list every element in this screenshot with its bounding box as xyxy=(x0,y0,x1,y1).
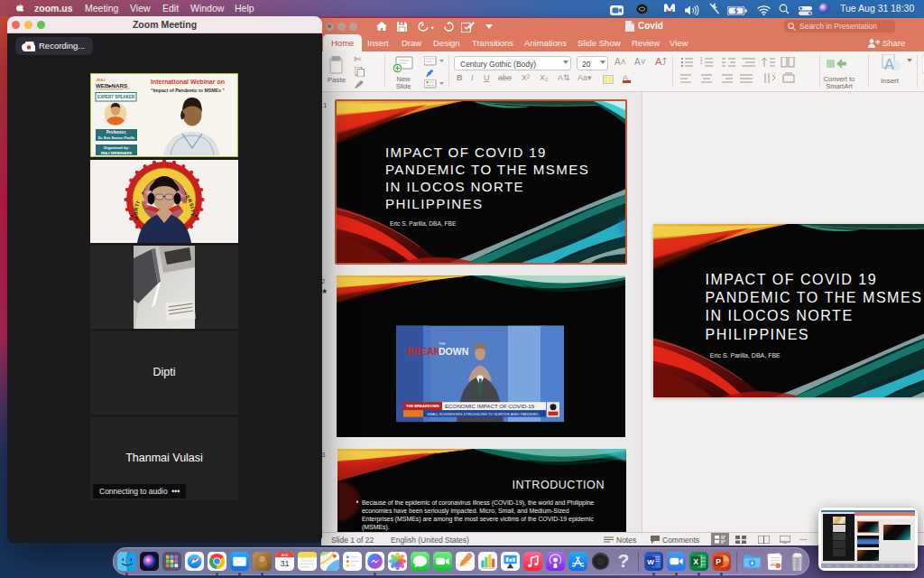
svg-text:EXPERT SPEAKER: EXPERT SPEAKER xyxy=(97,95,135,99)
svg-text:X: X xyxy=(693,557,698,566)
svg-text:2: 2 xyxy=(700,61,703,65)
svg-text:P: P xyxy=(716,557,721,566)
svg-text:ECONOMIC IMPACT OF COVID-19: ECONOMIC IMPACT OF COVID-19 xyxy=(445,403,535,409)
svg-text:economies have been seriously: economies have been seriously impacted. … xyxy=(362,508,569,515)
svg-text:DOWN: DOWN xyxy=(439,347,468,357)
svg-text:THE: THE xyxy=(439,342,446,346)
svg-text:SMALL BUSINESSES STRUGGLING TO: SMALL BUSINESSES STRUGGLING TO SURVIVE A… xyxy=(427,412,540,416)
svg-text:Professor,: Professor, xyxy=(106,130,126,135)
svg-text:A: A xyxy=(884,57,894,72)
svg-text:INTRODUCTION: INTRODUCTION xyxy=(513,479,605,491)
svg-text:31: 31 xyxy=(280,559,289,568)
svg-text:WEB▸NARS: WEB▸NARS xyxy=(96,82,127,89)
svg-text:Organized by:: Organized by: xyxy=(104,145,130,150)
svg-text:AUG: AUG xyxy=(282,554,289,557)
svg-text:IRAJ WEBINARS: IRAJ WEBINARS xyxy=(101,151,133,155)
svg-text:W: W xyxy=(647,558,654,566)
svg-text:(MSMEs).: (MSMEs). xyxy=(362,524,390,531)
svg-text:Dr. Eric Santos Parilla: Dr. Eric Santos Parilla xyxy=(98,135,135,140)
svg-text:THE BREAKDOWN: THE BREAKDOWN xyxy=(406,404,439,408)
svg-text:Enterprises (MSMEs) are among: Enterprises (MSMEs) are among the most s… xyxy=(362,516,594,523)
svg-text:BREAK: BREAK xyxy=(407,347,441,357)
svg-text:“Impact of Pandemic to MSMEs ”: “Impact of Pandemic to MSMEs ” xyxy=(151,88,225,93)
svg-text:Because of the epidemic of cor: Because of the epidemic of coronavirus i… xyxy=(362,499,594,507)
svg-text:International Webinar on: International Webinar on xyxy=(151,79,225,85)
